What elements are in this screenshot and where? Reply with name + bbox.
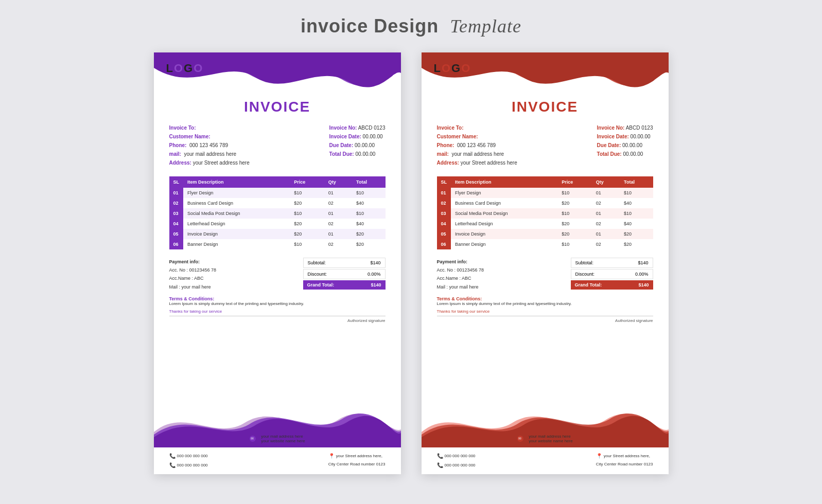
red-mail-icon: ✉	[517, 436, 523, 442]
red-subtotal-row: Subtotal: $140	[571, 258, 653, 268]
qty-cell: 01	[592, 188, 620, 198]
red-invoice-body: INVOICE Invoice To: Customer Name: Phone…	[422, 99, 669, 401]
total-cell: $10	[352, 208, 385, 219]
qty-cell: 02	[592, 239, 620, 249]
red-footer-address: 📍your Street address here, City Center R…	[596, 452, 653, 470]
price-cell: $10	[290, 239, 324, 249]
table-row: 05 Invoice Design $20 01 $20	[437, 229, 653, 239]
table-row: 02 Business Card Design $20 02 $40	[437, 198, 653, 208]
desc-cell: Invoice Design	[183, 229, 290, 239]
desc-cell: Social Media Post Design	[451, 208, 557, 219]
page-title: invoice Design Template	[301, 15, 521, 37]
qty-cell: 02	[324, 198, 352, 208]
red-discount-row: Discount: 0.00%	[571, 269, 653, 279]
purple-info-left: Invoice To: Customer Name: Phone: 000 12…	[169, 123, 250, 167]
purple-invoice-title: INVOICE	[169, 99, 386, 115]
red-wave-bottom: ✉ your mail address here your website na…	[422, 401, 669, 447]
purple-th-price: Price	[290, 176, 324, 188]
title-script: Template	[450, 16, 521, 37]
desc-cell: Flyer Design	[451, 188, 557, 198]
purple-footer-info: 📞000 000 000 000 📞000 000 000 000 📍your …	[154, 447, 401, 474]
purple-thanks: Thanks for taking our service	[169, 309, 386, 314]
red-th-price: Price	[557, 176, 592, 188]
purple-discount-row: Discount: 0.00%	[303, 269, 386, 279]
red-payment-right: Subtotal: $140 Discount: 0.00% Grand Tot…	[571, 258, 653, 290]
red-footer-info: 📞000 000 000 000 📞000 000 000 000 📍your …	[422, 447, 669, 474]
red-th-desc: Item Description	[451, 176, 557, 188]
purple-grand-total-row: Grand Total: $140	[303, 280, 386, 290]
total-cell: $20	[620, 229, 653, 239]
purple-signature: Authorized signature	[169, 316, 386, 323]
desc-cell: Letterhead Design	[451, 219, 557, 229]
purple-wave-top: LOGO	[154, 52, 401, 99]
qty-cell: 01	[592, 229, 620, 239]
title-normal: invoice Design	[301, 15, 439, 37]
desc-cell: Business Card Design	[451, 198, 557, 208]
purple-th-sl: SL	[169, 176, 184, 188]
qty-cell: 02	[592, 219, 620, 229]
price-cell: $10	[290, 208, 324, 219]
price-cell: $10	[290, 188, 324, 198]
total-cell: $10	[620, 208, 653, 219]
purple-terms-section: Terms & Conditions: Lorem Ipsum is simpl…	[169, 296, 386, 306]
purple-footer-address: 📍your Street address here, City Center R…	[328, 452, 386, 470]
price-cell: $10	[557, 208, 592, 219]
red-invoice-table: SL Item Description Price Qty Total 01 F…	[437, 176, 653, 249]
red-thanks: Thanks for taking our service	[437, 309, 653, 314]
total-cell: $40	[620, 198, 653, 208]
purple-th-qty: Qty	[324, 176, 352, 188]
red-info-right: Invoice No: ABCD 0123 Invoice Date: 00.0…	[597, 123, 653, 167]
sl-cell: 03	[437, 208, 451, 219]
sl-cell: 02	[437, 198, 451, 208]
price-cell: $10	[557, 239, 592, 249]
price-cell: $10	[557, 188, 592, 198]
red-footer-email: your mail address here your website name…	[529, 434, 572, 443]
table-row: 01 Flyer Design $10 01 $10	[169, 188, 386, 198]
table-row: 02 Business Card Design $20 02 $40	[169, 198, 386, 208]
sl-cell: 03	[169, 208, 184, 219]
qty-cell: 02	[592, 198, 620, 208]
red-footer-phone: 📞000 000 000 000 📞000 000 000 000	[437, 452, 476, 470]
purple-payment-left: Payment info: Acc. No : 00123456 78 Acc.…	[169, 258, 217, 291]
sl-cell: 04	[169, 219, 184, 229]
purple-payment-right: Subtotal: $140 Discount: 0.00% Grand Tot…	[303, 258, 386, 290]
table-row: 06 Banner Design $10 02 $20	[169, 239, 386, 249]
red-invoice-title: INVOICE	[437, 99, 653, 115]
sl-cell: 06	[169, 239, 184, 249]
sl-cell: 06	[437, 239, 451, 249]
sl-cell: 05	[169, 229, 184, 239]
total-cell: $40	[352, 219, 385, 229]
desc-cell: Flyer Design	[183, 188, 290, 198]
red-th-total: Total	[620, 176, 653, 188]
qty-cell: 01	[324, 208, 352, 219]
price-cell: $20	[557, 219, 592, 229]
total-cell: $10	[352, 188, 385, 198]
total-cell: $20	[352, 229, 385, 239]
red-grand-total-row: Grand Total: $140	[571, 280, 653, 290]
red-invoice-info: Invoice To: Customer Name: Phone: 000 12…	[437, 123, 653, 167]
desc-cell: Social Media Post Design	[183, 208, 290, 219]
purple-invoice-info: Invoice To: Customer Name: Phone: 000 12…	[169, 123, 386, 167]
price-cell: $20	[290, 229, 324, 239]
desc-cell: Business Card Design	[183, 198, 290, 208]
desc-cell: Invoice Design	[451, 229, 557, 239]
desc-cell: Banner Design	[451, 239, 557, 249]
total-cell: $20	[352, 239, 385, 249]
purple-invoice-table: SL Item Description Price Qty Total 01 F…	[169, 176, 386, 249]
purple-invoice-card: LOGO INVOICE Invoice To: Customer Name: …	[154, 52, 401, 474]
red-th-qty: Qty	[592, 176, 620, 188]
purple-payment-section: Payment info: Acc. No : 00123456 78 Acc.…	[169, 258, 386, 291]
total-cell: $40	[352, 198, 385, 208]
sl-cell: 01	[169, 188, 184, 198]
desc-cell: Banner Design	[183, 239, 290, 249]
qty-cell: 01	[592, 208, 620, 219]
purple-footer-email: your mail address here your website name…	[261, 434, 305, 443]
table-row: 06 Banner Design $10 02 $20	[437, 239, 653, 249]
price-cell: $20	[557, 198, 592, 208]
purple-invoice-body: INVOICE Invoice To: Customer Name: Phone…	[154, 99, 401, 401]
sl-cell: 01	[437, 188, 451, 198]
red-th-sl: SL	[437, 176, 451, 188]
purple-subtotal-row: Subtotal: $140	[303, 258, 386, 268]
purple-footer-phone: 📞000 000 000 000 📞000 000 000 000	[169, 452, 208, 470]
total-cell: $40	[620, 219, 653, 229]
